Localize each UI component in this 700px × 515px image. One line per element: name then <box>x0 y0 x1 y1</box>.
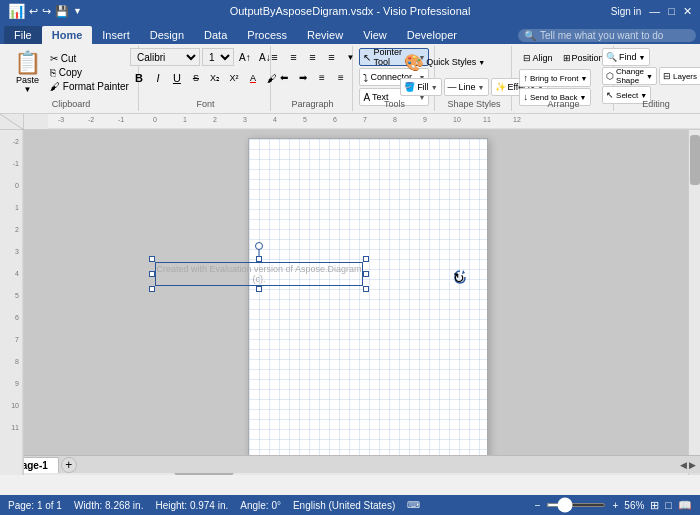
line-btn[interactable]: — Line ▼ <box>444 78 489 96</box>
font-size-select[interactable]: 18pt <box>202 48 234 66</box>
app-icon: 📊 <box>8 3 25 19</box>
handle-br[interactable] <box>363 286 369 292</box>
search-input[interactable] <box>540 30 690 41</box>
align-right-btn[interactable]: ≡ <box>303 48 321 66</box>
handle-tr[interactable] <box>363 256 369 262</box>
height-info: Height: 0.974 in. <box>155 500 228 511</box>
redo-btn[interactable]: ↪ <box>42 5 51 18</box>
select-arrow[interactable]: ▼ <box>640 92 647 99</box>
selected-shape[interactable]: Created with Evaluation version of Aspos… <box>149 256 369 292</box>
tab-data[interactable]: Data <box>194 26 237 44</box>
handle-mr[interactable] <box>363 271 369 277</box>
find-arrow[interactable]: ▼ <box>639 54 646 61</box>
paste-dropdown-arrow[interactable]: ▼ <box>24 85 32 94</box>
ruler-num-9: 9 <box>423 116 427 123</box>
search-box[interactable]: 🔍 <box>518 29 696 42</box>
change-shape-arrow[interactable]: ▼ <box>646 73 653 80</box>
bold-btn[interactable]: B <box>130 69 148 87</box>
maximize-btn[interactable]: □ <box>668 5 675 17</box>
line-icon: — <box>448 82 457 92</box>
increase-font-btn[interactable]: A↑ <box>236 48 254 66</box>
main-area: -2 -1 0 1 2 3 4 5 6 7 8 9 10 11 <box>0 130 700 475</box>
ruler-num-11: 11 <box>483 116 491 123</box>
save-btn[interactable]: 💾 <box>55 5 69 18</box>
grid-overlay <box>249 139 487 457</box>
find-btn[interactable]: 🔍 Find ▼ <box>602 48 649 66</box>
paste-icon: 📋 <box>14 52 41 74</box>
tab-developer[interactable]: Developer <box>397 26 467 44</box>
subscript-btn[interactable]: X₂ <box>206 69 224 87</box>
undo-btn[interactable]: ↩ <box>29 5 38 18</box>
bullet-list-btn[interactable]: ≡ <box>313 68 331 86</box>
position-btn[interactable]: ⊞ Position <box>559 48 608 68</box>
ruler-num-2: 2 <box>213 116 217 123</box>
layers-btn[interactable]: ⊟ Layers ▼ <box>659 67 700 85</box>
change-shape-btn[interactable]: ⬡ Change Shape ▼ <box>602 67 657 85</box>
page-nav-prev[interactable]: ◀ <box>680 460 687 470</box>
qa-dropdown[interactable]: ▼ <box>73 6 82 16</box>
fill-arrow[interactable]: ▼ <box>431 84 438 91</box>
title-bar: 📊 ↩ ↪ 💾 ▼ OutputByAsposeDigram.vsdx - Vi… <box>0 0 700 22</box>
quick-styles-arrow[interactable]: ▼ <box>478 59 485 66</box>
minimize-btn[interactable]: — <box>649 5 660 17</box>
ruler-num-neg3: -3 <box>58 116 64 123</box>
quick-access-toolbar: 📊 ↩ ↪ 💾 ▼ <box>8 3 82 19</box>
align-left-btn[interactable]: ≡ <box>265 48 283 66</box>
view-reading-btn[interactable]: 📖 <box>678 499 692 512</box>
indent-right-btn[interactable]: ➡ <box>294 68 312 86</box>
handle-bm[interactable] <box>256 286 262 292</box>
paste-button[interactable]: 📋 Paste ▼ <box>10 52 45 94</box>
zoom-in-btn[interactable]: + <box>612 500 618 511</box>
zoom-out-btn[interactable]: − <box>535 500 541 511</box>
language-icon: ⌨ <box>407 500 420 510</box>
tab-insert[interactable]: Insert <box>92 26 140 44</box>
cut-button[interactable]: ✂ Cut <box>47 52 132 65</box>
indent-left-btn[interactable]: ⬅ <box>275 68 293 86</box>
font-name-select[interactable]: Calibri <box>130 48 200 66</box>
justify-btn[interactable]: ≡ <box>322 48 340 66</box>
bring-to-front-btn[interactable]: ↑ Bring to Front ▼ <box>519 69 591 87</box>
font-color-btn[interactable]: A <box>244 69 262 87</box>
arrange-label: Arrange <box>514 99 613 109</box>
tab-home[interactable]: Home <box>42 26 93 44</box>
align-center-btn[interactable]: ≡ <box>284 48 302 66</box>
position-icon: ⊞ <box>563 53 571 63</box>
close-btn[interactable]: ✕ <box>683 5 692 18</box>
ruler-num-12: 12 <box>513 116 521 123</box>
zoom-slider[interactable] <box>546 503 606 507</box>
view-normal-btn[interactable]: □ <box>665 499 672 511</box>
tab-view[interactable]: View <box>353 26 397 44</box>
fill-btn[interactable]: 🪣 Fill ▼ <box>400 78 441 96</box>
handle-bl[interactable] <box>149 286 155 292</box>
clipboard-group: 📋 Paste ▼ ✂ Cut ⎘ Copy 🖌 Format Painter … <box>4 46 139 111</box>
underline-btn[interactable]: U <box>168 69 186 87</box>
bring-front-arrow[interactable]: ▼ <box>580 75 587 82</box>
italic-btn[interactable]: I <box>149 69 167 87</box>
sign-in-btn[interactable]: Sign in <box>611 6 642 17</box>
v-scroll-thumb[interactable] <box>690 135 700 185</box>
copy-button[interactable]: ⎘ Copy <box>47 66 132 79</box>
tab-design[interactable]: Design <box>140 26 194 44</box>
strikethrough-btn[interactable]: S <box>187 69 205 87</box>
status-bar: Page: 1 of 1 Width: 8.268 in. Height: 0.… <box>0 495 700 515</box>
tab-review[interactable]: Review <box>297 26 353 44</box>
fit-page-btn[interactable]: ⊞ <box>650 499 659 512</box>
format-painter-button[interactable]: 🖌 Format Painter <box>47 80 132 93</box>
rotate-handle[interactable] <box>255 242 263 250</box>
tab-file[interactable]: File <box>4 26 42 44</box>
window-title: OutputByAsposeDigram.vsdx - Visio Profes… <box>230 5 471 17</box>
numbered-list-btn[interactable]: ≡ <box>332 68 350 86</box>
quick-styles-btn[interactable]: 🎨 Quick Styles ▼ <box>400 48 489 76</box>
v-scrollbar[interactable] <box>688 130 700 463</box>
page-nav-next[interactable]: ▶ <box>689 460 696 470</box>
ruler-svg <box>48 114 700 130</box>
add-page-btn[interactable]: + <box>61 457 77 473</box>
align-icon: ⊟ <box>523 53 531 63</box>
line-arrow[interactable]: ▼ <box>478 84 485 91</box>
superscript-btn[interactable]: X² <box>225 69 243 87</box>
align-btn[interactable]: ⊟ Align <box>519 48 556 68</box>
font-format-row: B I U S X₂ X² A 🖌 <box>130 69 281 87</box>
tab-process[interactable]: Process <box>237 26 297 44</box>
canvas-area[interactable]: Created with Evaluation version of Aspos… <box>48 130 688 463</box>
svg-line-0 <box>0 114 24 130</box>
